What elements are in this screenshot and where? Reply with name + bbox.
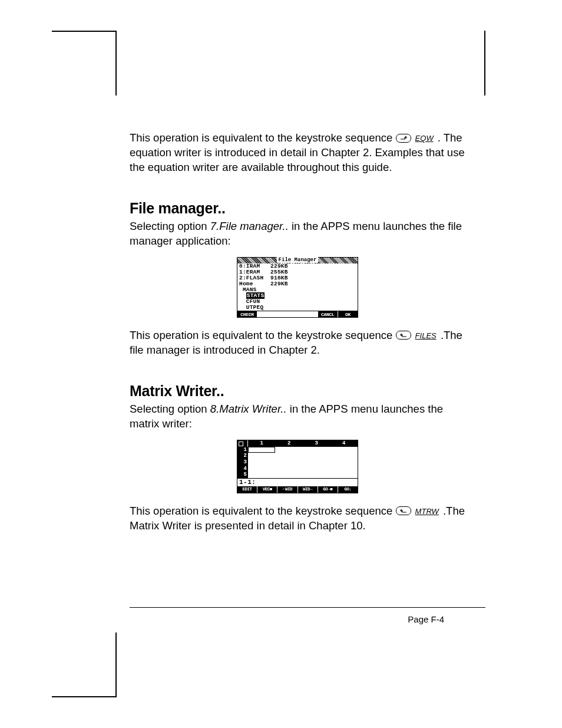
lcd-softkeys: CHDIR...CANCLOK (237, 311, 358, 317)
lcd-title-text: File Manager (277, 257, 319, 263)
softkey: OK (338, 311, 358, 317)
page-corner-bl (52, 633, 117, 697)
mw-row-label: 2 (237, 453, 248, 459)
mw-col-label: 3 (303, 440, 330, 447)
softkey: . (277, 311, 297, 317)
intro-text-a: This operation is equivalent to the keys… (130, 131, 395, 144)
matrix-writer-outro: This operation is equivalent to the keys… (130, 504, 465, 533)
intro-paragraph: This operation is equivalent to the keys… (130, 131, 465, 175)
matrix-writer-intro: Selecting option 8.Matrix Writer.. in th… (130, 402, 465, 431)
softkey: . (298, 311, 318, 317)
fm-option-name: 7.File manager.. (210, 220, 289, 232)
lcd-body: 0:IRAM 229KB1:ERAM 255KB2:FLASH 916KBHom… (237, 263, 358, 311)
mw-row-header: 12345 (237, 447, 248, 478)
files-key-label: FILES (415, 331, 437, 340)
mw-softkeys: EDITVEC■←WIDWID→GO→■GO↓ (237, 486, 358, 493)
page-content: This operation is equivalent to the keys… (130, 131, 465, 539)
softkey: CHDIR (237, 311, 257, 317)
mw-row-label: 5 (237, 472, 248, 478)
file-manager-heading: File manager.. (130, 200, 465, 217)
softkey: VEC■ (257, 486, 277, 493)
right-shift-key-icon (396, 134, 411, 143)
page-corner-tl (52, 31, 117, 95)
mw-text2-a: This operation is equivalent to the keys… (130, 505, 395, 517)
fm-text2-a: This operation is equivalent to the keys… (130, 329, 395, 341)
softkey: GO↓ (338, 486, 358, 493)
file-manager-screenshot: File Manager 0:IRAM 229KB1:ERAM 255KB2:F… (237, 257, 358, 318)
softkey: GO→■ (318, 486, 338, 493)
mw-status-line: 1-1: (237, 478, 358, 486)
mw-row-label: 1 (237, 447, 248, 453)
file-manager-intro: Selecting option 7.File manager.. in the… (130, 219, 465, 249)
mw-col-label: 4 (330, 440, 358, 447)
mtrw-key-label: MTRW (415, 507, 439, 516)
eqw-key-label: EQW (415, 134, 434, 143)
softkey: CANCL (318, 311, 338, 317)
softkey: . (257, 311, 277, 317)
page-number: Page F-4 (408, 614, 444, 624)
mw-option-name: 8.Matrix Writer.. (210, 403, 287, 415)
mw-col-label: 2 (276, 440, 303, 447)
file-manager-outro: This operation is equivalent to the keys… (130, 328, 465, 358)
softkey: ←WID (277, 486, 297, 493)
mw-cells-area (248, 447, 358, 478)
mw-text-a: Selecting option (130, 403, 210, 415)
footer-rule (130, 607, 485, 608)
softkey: WID→ (298, 486, 318, 493)
left-shift-key-icon-2 (396, 506, 411, 515)
mw-row-label: 4 (237, 466, 248, 472)
fm-text-a: Selecting option (130, 220, 210, 232)
left-shift-key-icon (396, 331, 411, 340)
page-corner-tr (474, 31, 485, 95)
matrix-writer-screenshot: 1234 12345 1-1: EDITVEC■←WIDWID→GO→■GO↓ (237, 440, 358, 493)
mw-corner-cell-icon (237, 440, 248, 447)
mw-column-header: 1234 (237, 440, 358, 447)
softkey: EDIT (237, 486, 257, 493)
mw-cursor (248, 447, 275, 453)
mw-col-label: 1 (248, 440, 276, 447)
mw-row-label: 3 (237, 459, 248, 466)
matrix-writer-heading: Matrix Writer.. (130, 383, 465, 400)
lcd-row: UTPEQ (239, 305, 356, 311)
